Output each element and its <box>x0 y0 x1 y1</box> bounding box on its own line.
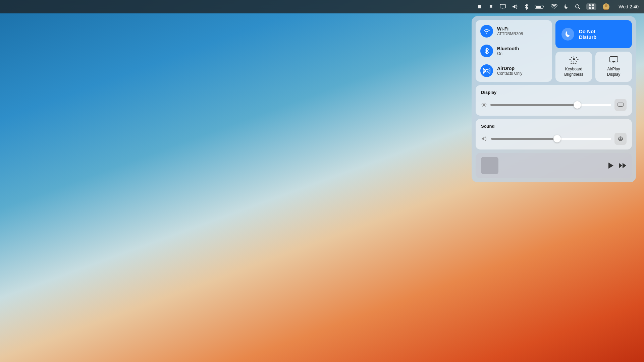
fast-forward-button[interactable] <box>619 163 627 169</box>
stop-record-icon[interactable] <box>477 4 482 9</box>
display-section: Display <box>476 85 632 116</box>
keyboard-brightness-label: Keyboard Brightness <box>564 67 583 77</box>
svg-rect-30 <box>577 63 577 64</box>
dnd-tile-icon <box>561 28 574 41</box>
svg-marker-46 <box>608 163 613 169</box>
svg-line-38 <box>482 103 483 104</box>
svg-rect-28 <box>573 63 574 64</box>
sound-section: Sound <box>476 119 632 149</box>
svg-line-40 <box>482 107 483 107</box>
volume-track[interactable] <box>491 138 611 140</box>
svg-line-41 <box>486 103 486 104</box>
menubar: Wed 2:40 <box>0 0 644 13</box>
control-center-panel: Wi-Fi ATTDBMR308 Bluetooth On <box>472 16 636 182</box>
svg-line-26 <box>576 57 577 58</box>
control-center-icon[interactable] <box>586 3 596 10</box>
svg-line-21 <box>571 57 572 58</box>
svg-rect-13 <box>589 7 591 9</box>
brightness-icon <box>481 102 487 108</box>
svg-line-10 <box>579 8 580 9</box>
svg-rect-31 <box>610 57 618 62</box>
svg-rect-27 <box>571 63 572 64</box>
svg-line-25 <box>571 61 572 62</box>
top-grid: Wi-Fi ATTDBMR308 Bluetooth On <box>476 20 632 82</box>
svg-point-33 <box>483 104 485 106</box>
svg-marker-5 <box>513 5 515 8</box>
wifi-tile-subtitle: ATTDBMR308 <box>497 32 523 36</box>
brightness-track[interactable] <box>490 104 611 106</box>
airdrop-tile-text: AirDrop Contacts Only <box>497 66 522 76</box>
wifi-tile-icon <box>480 25 493 38</box>
svg-rect-0 <box>478 5 481 8</box>
menubar-icons: Wed 2:40 <box>477 3 639 10</box>
connectivity-tiles: Wi-Fi ATTDBMR308 Bluetooth On <box>476 20 552 82</box>
keyboard-brightness-tile[interactable]: Keyboard Brightness <box>555 52 592 82</box>
dnd-tile[interactable]: Do Not Disturb <box>555 20 632 48</box>
sound-slider-row <box>481 133 627 145</box>
dnd-tile-text: Do Not Disturb <box>579 28 597 40</box>
dnd-title-line1: Do Not <box>579 28 597 34</box>
menubar-time: Wed 2:40 <box>619 4 639 9</box>
svg-point-18 <box>573 58 575 60</box>
user-avatar[interactable] <box>602 3 610 10</box>
svg-rect-42 <box>618 103 623 106</box>
volume-icon[interactable] <box>512 4 519 9</box>
volume-slider-icon <box>481 136 488 142</box>
airplay-display-label: AirPlay Display <box>607 67 620 77</box>
svg-marker-48 <box>623 163 626 168</box>
dnd-menubar-icon[interactable] <box>564 4 569 9</box>
bluetooth-tile[interactable]: Bluetooth On <box>476 41 552 61</box>
airplay-display-icon <box>609 56 619 64</box>
media-artwork <box>481 157 498 174</box>
svg-rect-11 <box>589 4 591 6</box>
svg-line-22 <box>576 61 577 62</box>
spotlight-icon[interactable] <box>575 4 580 9</box>
wifi-tile-text: Wi-Fi ATTDBMR308 <box>497 26 523 36</box>
wifi-menubar-icon[interactable] <box>551 4 557 9</box>
svg-point-16 <box>605 4 607 7</box>
sound-section-title: Sound <box>481 124 627 129</box>
display-settings-btn[interactable] <box>614 99 627 111</box>
dnd-title-line2: Disturb <box>579 34 597 40</box>
airdrop-tile-icon <box>480 64 493 77</box>
keyboard-brightness-icon <box>569 56 579 64</box>
svg-point-17 <box>485 69 488 72</box>
display-slider-row <box>481 99 627 111</box>
airplay-screen-icon[interactable] <box>500 4 506 9</box>
right-column: Do Not Disturb <box>555 20 632 82</box>
bluetooth-tile-title: Bluetooth <box>497 46 519 51</box>
svg-marker-47 <box>619 163 622 168</box>
airplay-display-tile[interactable]: AirPlay Display <box>595 52 632 82</box>
svg-rect-7 <box>536 6 541 8</box>
svg-rect-3 <box>500 4 505 8</box>
svg-rect-8 <box>543 6 544 7</box>
bluetooth-tile-icon <box>480 45 493 57</box>
airdrop-tile-subtitle: Contacts Only <box>497 71 522 76</box>
bluetooth-tile-subtitle: On <box>497 51 519 56</box>
display-section-title: Display <box>481 90 627 95</box>
media-player <box>476 153 632 178</box>
svg-rect-14 <box>592 7 594 9</box>
battery-icon[interactable] <box>535 4 545 9</box>
media-controls <box>608 162 627 169</box>
svg-rect-29 <box>575 63 576 64</box>
wifi-tile[interactable]: Wi-Fi ATTDBMR308 <box>476 21 552 41</box>
svg-rect-12 <box>592 4 594 6</box>
airdrop-tile-title: AirDrop <box>497 66 522 71</box>
svg-marker-44 <box>482 137 484 140</box>
bluetooth-menubar-icon[interactable] <box>525 4 529 10</box>
bottom-tiles: Keyboard Brightness AirPlay Display <box>555 52 632 82</box>
play-button[interactable] <box>608 162 614 169</box>
airdrop-tile[interactable]: AirDrop Contacts Only <box>476 61 552 80</box>
svg-line-39 <box>486 107 486 107</box>
dropbox-icon[interactable] <box>488 4 494 9</box>
sound-output-btn[interactable] <box>614 133 627 145</box>
wifi-tile-title: Wi-Fi <box>497 26 523 32</box>
bluetooth-tile-text: Bluetooth On <box>497 46 519 56</box>
